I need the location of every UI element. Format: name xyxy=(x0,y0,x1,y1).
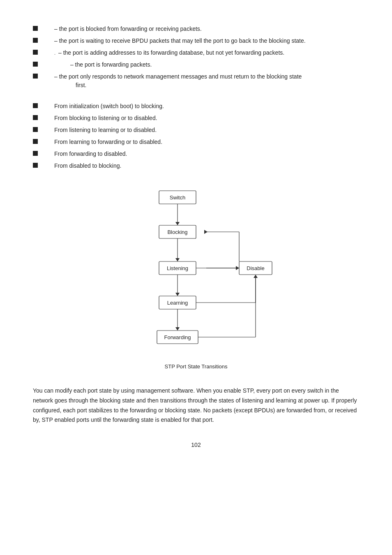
bullet-icon xyxy=(33,163,38,168)
svg-text:Disable: Disable xyxy=(247,265,264,271)
diagram-caption: STP Port State Transitions xyxy=(165,363,228,370)
list-item-blocking: – the port is blocked from forwarding or… xyxy=(33,25,359,33)
bullet-icon xyxy=(33,50,38,55)
bullet-icon xyxy=(33,62,38,67)
svg-marker-15 xyxy=(175,293,180,296)
bullet-icon xyxy=(33,115,38,120)
stp-state-diagram: Switch Blocking Listening Disable Learni… xyxy=(97,183,295,359)
list-item-learning: . – the port is adding addresses to its … xyxy=(33,49,359,57)
bullet-icon xyxy=(33,26,38,31)
list-item-transition-1: From blocking to listening or to disable… xyxy=(33,114,359,123)
svg-text:Listening: Listening xyxy=(167,265,188,271)
svg-text:Learning: Learning xyxy=(167,300,188,306)
svg-marker-22 xyxy=(175,327,180,331)
list-item-transition-0: From initialization (switch boot) to blo… xyxy=(33,102,359,111)
list-item-listening: – the port is waiting to receive BPDU pa… xyxy=(33,37,359,45)
list-item-transition-5: From disabled to blocking. xyxy=(33,162,359,170)
list-item-transition-2: From listening to learning or to disable… xyxy=(33,126,359,134)
stp-diagram-container: Switch Blocking Listening Disable Learni… xyxy=(33,183,359,382)
svg-text:Forwarding: Forwarding xyxy=(164,334,191,340)
bullet-icon xyxy=(33,103,38,108)
svg-marker-30 xyxy=(204,230,208,234)
svg-text:Switch: Switch xyxy=(170,194,185,201)
svg-marker-7 xyxy=(175,258,180,261)
bullet-icon xyxy=(33,151,38,156)
bullet-icon xyxy=(33,74,38,79)
list-item-transition-4: From forwarding to disabled. xyxy=(33,150,359,158)
svg-marker-3 xyxy=(175,222,180,225)
svg-text:Blocking: Blocking xyxy=(167,229,187,235)
list-item-forwarding: – the port is forwarding packets. xyxy=(33,60,359,69)
page-number: 102 xyxy=(33,442,359,448)
body-paragraph: You can modify each port state by using … xyxy=(33,386,359,425)
bullet-icon xyxy=(33,139,38,144)
bullet-icon xyxy=(33,38,38,43)
list-item-transition-3: From learning to forwarding or to disabl… xyxy=(33,138,359,146)
list-item-disabled: – the port only responds to network mana… xyxy=(33,72,359,90)
top-bullet-list: – the port is blocked from forwarding or… xyxy=(33,25,359,90)
transition-bullet-list: From initialization (switch boot) to blo… xyxy=(33,102,359,170)
bullet-icon xyxy=(33,127,38,132)
